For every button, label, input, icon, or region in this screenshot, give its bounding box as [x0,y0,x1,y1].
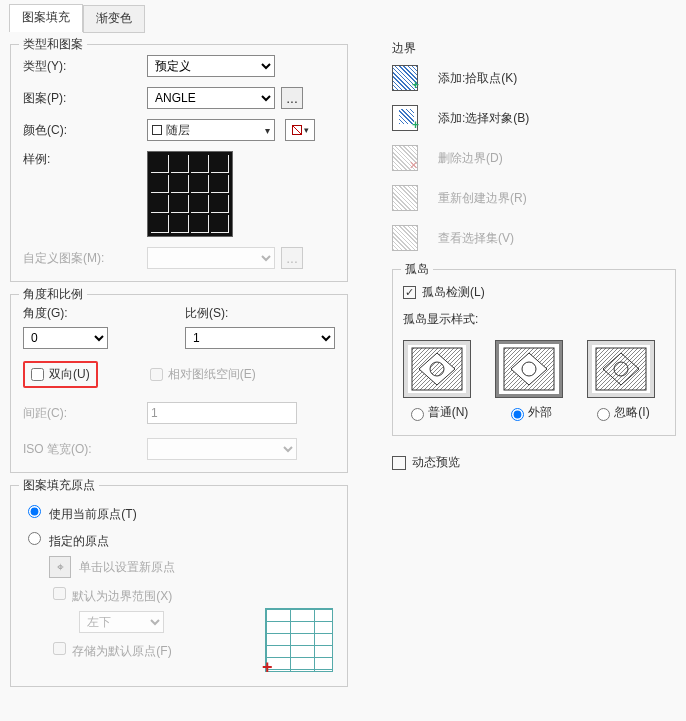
chevron-down-icon: ▾ [304,125,309,135]
svg-point-5 [522,362,536,376]
label-sample: 样例: [23,151,147,168]
radio-island-ignore[interactable] [597,408,610,421]
custom-pattern-browse-button: ... [281,247,303,269]
radio-use-current-origin-label[interactable]: 使用当前原点(T) [23,507,137,521]
group-origin: 图案填充原点 使用当前原点(T) 指定的原点 ⌖ 单击以设置新原点 [10,485,348,687]
group-type-pattern: 类型和图案 类型(Y): 预定义 图案(P): ANGLE ... 颜色(C):… [10,44,348,282]
pattern-browse-button[interactable]: ... [281,87,303,109]
label-angle: 角度(G): [23,305,155,322]
radio-island-normal[interactable] [411,408,424,421]
label-type: 类型(Y): [23,58,147,75]
label-bidirectional: 双向(U) [49,366,90,383]
bgcolor-swatch[interactable]: ▾ [285,119,315,141]
recreate-boundary-button [392,185,418,211]
select-scale[interactable]: 1 [185,327,335,349]
no-color-icon [292,125,302,135]
input-spacing [147,402,297,424]
island-normal-swatch[interactable] [403,340,471,398]
label-pattern: 图案(P): [23,90,147,107]
x-icon: ✕ [409,159,418,172]
tab-hatch[interactable]: 图案填充 [9,4,83,32]
legend-type-pattern: 类型和图案 [19,36,87,53]
label-boundary-section: 边界 [392,40,682,57]
legend-origin: 图案填充原点 [19,477,99,494]
radio-specified-origin[interactable] [28,532,41,545]
checkbox-default-extent [53,587,66,600]
highlight-box: 双向(U) [23,361,98,388]
add-select-objects-button[interactable]: + [392,105,418,131]
radio-island-outer[interactable] [511,408,524,421]
plus-icon: + [412,118,419,132]
legend-island: 孤岛 [401,261,433,278]
label-dynamic-preview: 动态预览 [412,454,460,471]
chevron-down-icon: ▾ [265,125,270,136]
select-iso-pen [147,438,297,460]
select-extent-pos: 左下 [79,611,164,633]
group-angle-scale: 角度和比例 角度(G): 0 比例(S): 1 [10,294,348,473]
svg-point-2 [430,362,444,376]
checkbox-store-default [53,642,66,655]
label-add-pick: 添加:拾取点(K) [438,70,517,87]
label-default-extent: 默认为边界范围(X) [72,589,172,603]
radio-use-current-origin[interactable] [28,505,41,518]
label-spacing: 间距(C): [23,405,147,422]
checkbox-island-detect[interactable]: ✓ [403,286,416,299]
label-scale: 比例(S): [185,305,335,322]
select-custom-pattern [147,247,275,269]
label-click-set-origin: 单击以设置新原点 [79,559,175,576]
plus-icon: + [412,78,419,92]
label-remove-boundary: 删除边界(D) [438,150,503,167]
select-color[interactable]: 随层 ▾ [147,119,275,141]
crosshair-icon: ⌖ [57,560,64,574]
island-normal-icon [411,347,463,391]
label-recreate-boundary: 重新创建边界(R) [438,190,527,207]
pattern-sample-preview[interactable] [147,151,233,237]
select-type[interactable]: 预定义 [147,55,275,77]
checkbox-bidirectional[interactable] [31,368,44,381]
label-store-default: 存储为默认原点(F) [72,644,171,658]
label-view-selection: 查看选择集(V) [438,230,514,247]
select-pattern[interactable]: ANGLE [147,87,275,109]
checkbox-dynamic-preview[interactable] [392,456,406,470]
origin-preview [265,608,333,672]
tab-gradient[interactable]: 渐变色 [83,5,145,33]
checkbox-relative-paper [150,368,163,381]
island-outer-icon [503,347,555,391]
select-angle[interactable]: 0 [23,327,108,349]
island-ignore-swatch[interactable] [587,340,655,398]
island-ignore-icon [595,347,647,391]
checkbox-island-detect-label[interactable]: ✓ 孤岛检测(L) [403,284,485,301]
radio-specified-origin-label[interactable]: 指定的原点 [23,534,109,548]
label-relative-paper: 相对图纸空间(E) [168,366,256,383]
label-color: 颜色(C): [23,122,147,139]
label-custom-pattern: 自定义图案(M): [23,250,147,267]
label-add-select: 添加:选择对象(B) [438,110,529,127]
bylayer-swatch-icon [152,125,162,135]
remove-boundary-button: ✕ [392,145,418,171]
legend-angle-scale: 角度和比例 [19,286,87,303]
pick-origin-button: ⌖ [49,556,71,578]
label-island-style: 孤岛显示样式: [403,311,665,328]
add-pick-point-button[interactable]: + [392,65,418,91]
island-outer-swatch[interactable] [495,340,563,398]
label-iso-pen: ISO 笔宽(O): [23,441,147,458]
view-selection-button [392,225,418,251]
